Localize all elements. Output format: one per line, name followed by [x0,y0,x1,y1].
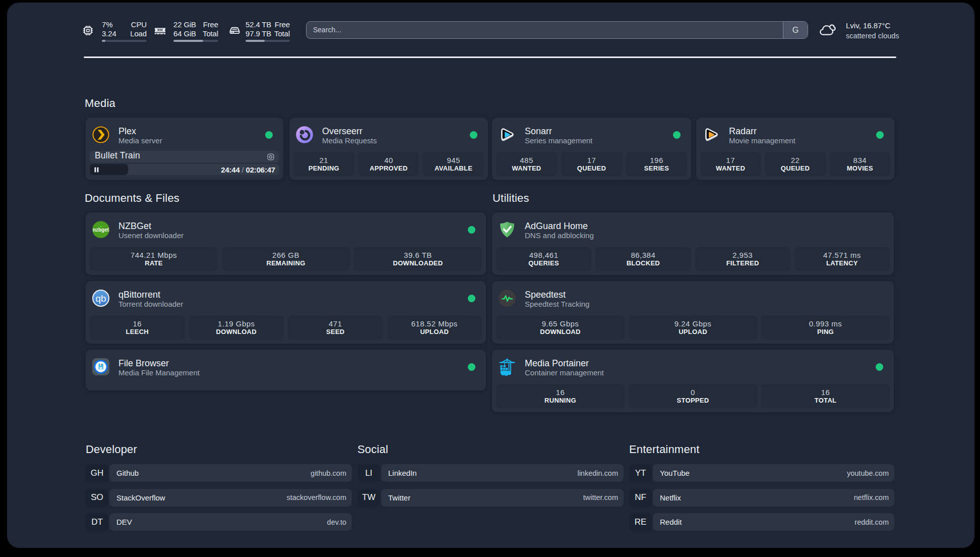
svg-text:qb: qb [95,293,106,304]
svg-text:nzbget: nzbget [93,227,109,233]
